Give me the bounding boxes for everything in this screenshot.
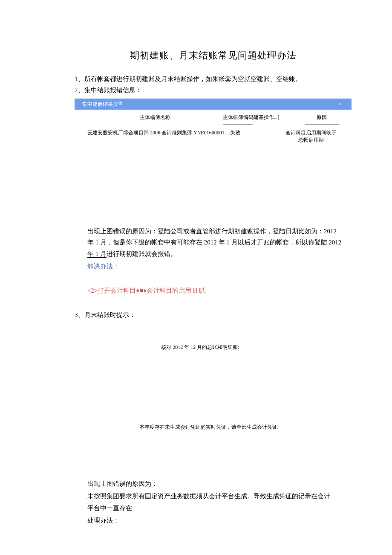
column-header-reason: 原因 xyxy=(305,114,339,128)
explanation-line-3: 年 1 月进行期初建账就会报错。 xyxy=(87,248,352,259)
list-item-2: 2、集中结账报错信息： xyxy=(75,85,352,95)
reason2-line3: 平台中一直存在 xyxy=(87,502,352,514)
explanation-line-1: 出现上图错误的原因为：登陆公司或者直管部进行期初建账操作，登陆日期比如为：201… xyxy=(87,226,352,237)
explanation-block: 出现上图错误的原因为：登陆公司或者直管部进行期初建账操作，登陆日期比如为：201… xyxy=(75,226,352,296)
list-item-3: 3、月末结账时提示： xyxy=(75,311,352,319)
column-header-code: 主体帐簿编码建基操作...] xyxy=(223,114,305,128)
dialog-table: 主体幅傅名称 主体帐簿编码建基操作...] 原因 云建安股安机厂综合项目部 20… xyxy=(75,110,352,149)
check-text: 核对 2012 年 12 月的总账和明细账: xyxy=(75,344,352,351)
reason2-line1: 出现上图错误的原因为： xyxy=(87,478,352,490)
close-icon[interactable]: × xyxy=(338,101,341,108)
dialog-result-report: 集中建麻结果报告 × 主体幅傅名称 主体帐簿编码建基操作...] 原因 云建安股… xyxy=(75,99,352,149)
page-title: 期初建账、月末结账常见问题处理办法 xyxy=(75,49,352,62)
reason-block-2: 出现上图错误的原因为： 未按照集团要求所有固定资产业务数据须从会计平台生成。导致… xyxy=(75,478,352,526)
column-header-name: 主体幅傅名称 xyxy=(87,114,223,128)
reason2-line4: 处理办法： xyxy=(87,514,352,527)
warning-text: 本年度存在未生成会讨凭证的实时凭证，请全部生成会计凭证. xyxy=(75,424,352,431)
dialog-title: 集中建麻结果报告 xyxy=(82,101,123,108)
step-2-text: <2>打开会计科目♦■♦会计科目的启用 H 叭 xyxy=(87,285,352,296)
cell-reason: 会计科目启用期间晚于总帐启用期 xyxy=(271,129,339,144)
list-item-1: 1、所有帐套都进行期初建账及月末结账操作，如果帐套为空就空建账、空结账。 xyxy=(75,74,352,84)
table-row: 云建安股安机厂综合项目部 2006 会计准则集薄 YNE01600001-...… xyxy=(87,128,339,145)
cell-name: 云建安股安机厂综合项目部 2006 会计准则集薄 YNE01600001-...… xyxy=(87,129,271,144)
solution-link[interactable]: 解决办法： xyxy=(87,261,119,272)
reason2-line2: 未按照集团要求所有固定资产业务数据须从会计平台生成。导致生成凭证的记录在会计 xyxy=(87,490,352,503)
dialog-header: 集中建麻结果报告 × xyxy=(75,99,352,110)
explanation-line-2: 年 1 月，但是你下级的帐套中有可能存在 2012 年 1 月以后才开账的帐套，… xyxy=(87,237,352,248)
table-header: 主体幅傅名称 主体帐簿编码建基操作...] 原因 xyxy=(87,113,339,128)
